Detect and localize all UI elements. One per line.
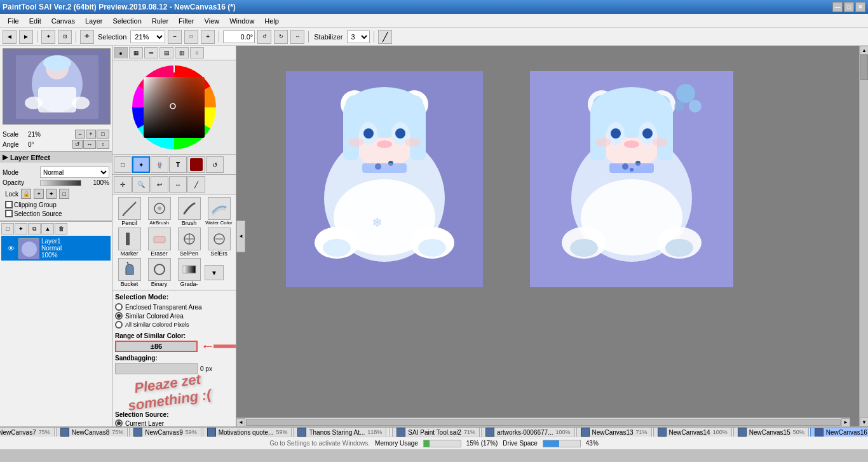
color-tab-wheel[interactable]: ●: [114, 47, 128, 58]
current-layer-option[interactable]: Current Layer: [115, 419, 233, 426]
vscroll-up[interactable]: ▲: [860, 46, 868, 55]
binary-icon[interactable]: [148, 258, 171, 281]
clipping-group-label[interactable]: Clipping Group: [3, 200, 109, 209]
menu-view[interactable]: View: [200, 16, 225, 26]
minimize-button[interactable]: —: [832, 2, 843, 12]
new-layer-btn[interactable]: □: [1, 223, 14, 234]
menu-edit[interactable]: Edit: [24, 16, 46, 26]
nav-back-button[interactable]: ◄: [3, 30, 17, 44]
watercolor-tool[interactable]: Water Color: [205, 197, 233, 226]
hand-btn[interactable]: ↩: [151, 176, 168, 193]
pencil-icon[interactable]: [118, 197, 141, 220]
zoom-plus[interactable]: +: [201, 30, 215, 44]
grada-icon[interactable]: [178, 258, 201, 281]
similar-radio[interactable]: [115, 312, 123, 320]
zoom-reset[interactable]: □: [184, 30, 198, 44]
airbrush-icon[interactable]: [148, 197, 171, 220]
scroll-vert-btn[interactable]: ▼: [205, 265, 224, 280]
scale-extra[interactable]: □: [97, 130, 109, 139]
close-button[interactable]: ✕: [855, 2, 865, 12]
angle-cw[interactable]: ↻: [274, 30, 288, 44]
hscroll-thumb[interactable]: [246, 419, 841, 426]
selection-source-label[interactable]: Selection Source: [3, 209, 109, 218]
menu-window[interactable]: Window: [224, 16, 259, 26]
eyedropper-btn[interactable]: ╱: [187, 176, 205, 193]
all-similar-radio[interactable]: [115, 321, 123, 329]
tab-canvas14[interactable]: NewCanvas14 100%: [653, 428, 732, 437]
sandbag-slider[interactable]: [115, 363, 198, 374]
angle-flip-btn[interactable]: ↔: [83, 140, 96, 149]
select-magic-btn[interactable]: ✦: [132, 156, 150, 173]
tab-canvas16[interactable]: NewCanvas16 21%: [810, 428, 868, 437]
color-tab-rgb[interactable]: ▦: [129, 47, 143, 58]
color-wheel-svg[interactable]: [130, 63, 219, 152]
angle-input[interactable]: [223, 31, 255, 43]
color-tab-custom[interactable]: ○: [190, 47, 204, 58]
range-slider[interactable]: ±86: [115, 341, 198, 352]
flip-btn[interactable]: ↔: [169, 176, 187, 193]
menu-selection[interactable]: Selection: [108, 16, 147, 26]
marker-tool[interactable]: Marker: [115, 228, 144, 257]
text-btn[interactable]: T: [169, 156, 187, 173]
pencil-tool[interactable]: Pencil: [115, 197, 144, 226]
menu-canvas[interactable]: Canvas: [46, 16, 80, 26]
pen-tool[interactable]: ╱: [378, 30, 392, 44]
hscroll-right[interactable]: ►: [841, 418, 850, 427]
enclosed-transparent-option[interactable]: Enclosed Transparent Area: [115, 303, 233, 311]
all-similar-option[interactable]: All Similar Colored Pixels: [115, 321, 233, 329]
layer-eye-icon[interactable]: 👁: [4, 242, 17, 255]
menu-ruler[interactable]: Ruler: [147, 16, 173, 26]
brush-tool-item[interactable]: Brush: [175, 197, 203, 226]
horizontal-scrollbar[interactable]: ◄ ►: [236, 418, 850, 426]
tab-canvas15[interactable]: NewCanvas15 50%: [733, 428, 809, 437]
move-up-btn[interactable]: ▲: [41, 223, 54, 234]
tool-btn-b[interactable]: ⊡: [58, 30, 72, 44]
rotate-tool-btn[interactable]: ↺: [206, 156, 224, 173]
angle-ccw[interactable]: ↺: [257, 30, 271, 44]
tool-btn-a[interactable]: ✦: [41, 30, 55, 44]
lock-icon[interactable]: 🔒: [21, 189, 31, 199]
layer-item[interactable]: 👁 Layer1 Normal 100%: [1, 236, 111, 261]
current-layer-radio[interactable]: [115, 419, 123, 426]
watercolor-icon[interactable]: [208, 197, 231, 220]
brush-icon[interactable]: [178, 197, 201, 220]
nav-fwd-button[interactable]: ►: [19, 30, 33, 44]
menu-filter[interactable]: Filter: [173, 16, 199, 26]
selers-icon[interactable]: [208, 228, 231, 250]
lock-btn2[interactable]: +: [34, 189, 44, 199]
grada-tool[interactable]: Grada-: [175, 258, 203, 287]
mode-select[interactable]: Normal Multiply Screen: [40, 166, 109, 178]
tab-canvas13[interactable]: NewCanvas13 71%: [576, 428, 652, 437]
color-tab-s[interactable]: ▤: [159, 47, 173, 58]
delete-layer-btn[interactable]: 🗑: [55, 223, 67, 234]
tab-artworks[interactable]: artworks-0006677... 100%: [481, 428, 574, 437]
layer-effect-header[interactable]: ▶ Layer Effect: [0, 152, 112, 163]
bucket-tool[interactable]: Bucket: [115, 258, 144, 287]
angle-flip2-btn[interactable]: ↕: [97, 140, 109, 149]
tab-newcanvas9[interactable]: NewCanvas9 59%: [129, 428, 201, 437]
color-tab-v[interactable]: ▥: [175, 47, 189, 58]
eraser-tool[interactable]: Eraser: [145, 228, 173, 257]
selection-source-checkbox[interactable]: [5, 210, 13, 217]
color-tab-h[interactable]: ═: [144, 47, 158, 58]
scale-minus[interactable]: −: [75, 130, 85, 139]
hscroll-left[interactable]: ◄: [236, 418, 245, 427]
menu-file[interactable]: File: [3, 16, 24, 26]
angle-reset-btn[interactable]: ↺: [72, 140, 83, 149]
menu-help[interactable]: Help: [259, 16, 284, 26]
similar-colored-option[interactable]: Similar Colored Area: [115, 312, 233, 320]
copy-layer-btn[interactable]: ⧉: [28, 223, 41, 234]
bucket-icon[interactable]: [118, 258, 141, 281]
canvas-area[interactable]: ◄: [236, 46, 859, 426]
new-folder-btn[interactable]: ✦: [15, 223, 27, 234]
selpen-icon[interactable]: [178, 228, 201, 250]
tab-newcanvas7[interactable]: NewCanvas7 75%: [0, 428, 55, 437]
eraser-icon[interactable]: [148, 228, 171, 250]
clipping-group-checkbox[interactable]: [5, 201, 13, 208]
window-controls[interactable]: — □ ✕: [832, 2, 865, 12]
enclosed-radio[interactable]: [115, 303, 123, 311]
airbrush-tool[interactable]: AirBrush: [145, 197, 173, 226]
select-lasso-btn[interactable]: 🪢: [151, 156, 168, 173]
zoom-select[interactable]: 21% 50% 100%: [130, 31, 165, 43]
flip-h[interactable]: ↔: [290, 30, 304, 44]
